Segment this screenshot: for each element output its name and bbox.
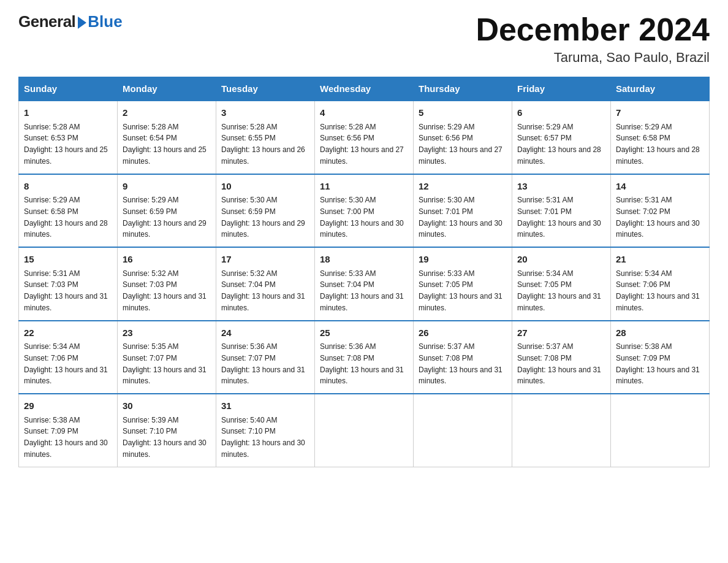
day-number: 6: [517, 106, 605, 120]
day-info: Sunrise: 5:34 AMSunset: 7:06 PMDaylight:…: [616, 269, 700, 312]
calendar-cell: 11Sunrise: 5:30 AMSunset: 7:00 PMDayligh…: [315, 174, 414, 248]
calendar-cell: 12Sunrise: 5:30 AMSunset: 7:01 PMDayligh…: [414, 174, 512, 248]
header-cell-saturday: Saturday: [611, 77, 710, 101]
header-cell-wednesday: Wednesday: [315, 77, 414, 101]
day-info: Sunrise: 5:31 AMSunset: 7:02 PMDaylight:…: [616, 196, 700, 239]
day-number: 17: [221, 253, 309, 267]
calendar-cell: 22Sunrise: 5:34 AMSunset: 7:06 PMDayligh…: [19, 321, 118, 394]
day-info: Sunrise: 5:33 AMSunset: 7:05 PMDaylight:…: [419, 269, 502, 312]
calendar-week-row: 22Sunrise: 5:34 AMSunset: 7:06 PMDayligh…: [19, 321, 710, 394]
calendar-week-row: 15Sunrise: 5:31 AMSunset: 7:03 PMDayligh…: [19, 247, 710, 321]
day-number: 2: [123, 106, 211, 120]
logo: General Blue: [18, 12, 123, 31]
day-info: Sunrise: 5:29 AMSunset: 6:58 PMDaylight:…: [24, 196, 108, 239]
calendar-header: SundayMondayTuesdayWednesdayThursdayFrid…: [19, 77, 710, 101]
calendar-cell: 16Sunrise: 5:32 AMSunset: 7:03 PMDayligh…: [118, 247, 216, 321]
day-number: 1: [24, 106, 112, 120]
day-number: 26: [419, 326, 507, 340]
day-number: 29: [24, 399, 112, 413]
day-info: Sunrise: 5:29 AMSunset: 6:58 PMDaylight:…: [616, 123, 700, 166]
header-row: SundayMondayTuesdayWednesdayThursdayFrid…: [19, 77, 710, 101]
day-info: Sunrise: 5:35 AMSunset: 7:07 PMDaylight:…: [123, 342, 207, 385]
calendar-week-row: 1Sunrise: 5:28 AMSunset: 6:53 PMDaylight…: [19, 101, 710, 174]
day-number: 27: [517, 326, 605, 340]
day-info: Sunrise: 5:31 AMSunset: 7:03 PMDaylight:…: [24, 269, 108, 312]
day-number: 31: [221, 399, 309, 413]
day-number: 15: [24, 253, 112, 267]
day-info: Sunrise: 5:32 AMSunset: 7:04 PMDaylight:…: [221, 269, 305, 312]
day-number: 21: [616, 253, 704, 267]
day-info: Sunrise: 5:30 AMSunset: 6:59 PMDaylight:…: [221, 196, 305, 239]
day-info: Sunrise: 5:38 AMSunset: 7:09 PMDaylight:…: [24, 416, 108, 459]
day-info: Sunrise: 5:36 AMSunset: 7:07 PMDaylight:…: [221, 342, 305, 385]
logo-general-text: General: [18, 12, 75, 31]
calendar-cell: 10Sunrise: 5:30 AMSunset: 6:59 PMDayligh…: [216, 174, 315, 248]
day-info: Sunrise: 5:32 AMSunset: 7:03 PMDaylight:…: [123, 269, 207, 312]
logo-blue-text: Blue: [88, 12, 122, 31]
calendar-cell: 25Sunrise: 5:36 AMSunset: 7:08 PMDayligh…: [315, 321, 414, 394]
calendar-cell: 20Sunrise: 5:34 AMSunset: 7:05 PMDayligh…: [512, 247, 611, 321]
calendar-cell: 4Sunrise: 5:28 AMSunset: 6:56 PMDaylight…: [315, 101, 414, 174]
calendar-cell: 24Sunrise: 5:36 AMSunset: 7:07 PMDayligh…: [216, 321, 315, 394]
day-info: Sunrise: 5:29 AMSunset: 6:57 PMDaylight:…: [517, 123, 601, 166]
day-info: Sunrise: 5:28 AMSunset: 6:56 PMDaylight:…: [320, 123, 404, 166]
day-number: 24: [221, 326, 309, 340]
day-number: 14: [616, 180, 704, 194]
calendar-cell: 3Sunrise: 5:28 AMSunset: 6:55 PMDaylight…: [216, 101, 315, 174]
day-number: 25: [320, 326, 408, 340]
day-number: 20: [517, 253, 605, 267]
day-number: 7: [616, 106, 704, 120]
day-info: Sunrise: 5:34 AMSunset: 7:05 PMDaylight:…: [517, 269, 601, 312]
calendar-cell: 26Sunrise: 5:37 AMSunset: 7:08 PMDayligh…: [414, 321, 512, 394]
day-info: Sunrise: 5:38 AMSunset: 7:09 PMDaylight:…: [616, 342, 700, 385]
calendar-body: 1Sunrise: 5:28 AMSunset: 6:53 PMDaylight…: [19, 101, 710, 467]
day-number: 4: [320, 106, 408, 120]
day-number: 11: [320, 180, 408, 194]
day-number: 22: [24, 326, 112, 340]
calendar-cell: 17Sunrise: 5:32 AMSunset: 7:04 PMDayligh…: [216, 247, 315, 321]
day-info: Sunrise: 5:37 AMSunset: 7:08 PMDaylight:…: [419, 342, 502, 385]
day-number: 23: [123, 326, 211, 340]
day-info: Sunrise: 5:31 AMSunset: 7:01 PMDaylight:…: [517, 196, 601, 239]
calendar-cell: 14Sunrise: 5:31 AMSunset: 7:02 PMDayligh…: [611, 174, 710, 248]
day-number: 10: [221, 180, 309, 194]
calendar-cell: [414, 394, 512, 467]
calendar-week-row: 8Sunrise: 5:29 AMSunset: 6:58 PMDaylight…: [19, 174, 710, 248]
page-header: General Blue December 2024 Taruma, Sao P…: [18, 12, 710, 66]
day-number: 18: [320, 253, 408, 267]
day-info: Sunrise: 5:28 AMSunset: 6:54 PMDaylight:…: [123, 123, 207, 166]
day-info: Sunrise: 5:37 AMSunset: 7:08 PMDaylight:…: [517, 342, 601, 385]
calendar-cell: 6Sunrise: 5:29 AMSunset: 6:57 PMDaylight…: [512, 101, 611, 174]
day-number: 3: [221, 106, 309, 120]
calendar-cell: [315, 394, 414, 467]
day-number: 12: [419, 180, 507, 194]
calendar-cell: 28Sunrise: 5:38 AMSunset: 7:09 PMDayligh…: [611, 321, 710, 394]
calendar-cell: 15Sunrise: 5:31 AMSunset: 7:03 PMDayligh…: [19, 247, 118, 321]
calendar-cell: 2Sunrise: 5:28 AMSunset: 6:54 PMDaylight…: [118, 101, 216, 174]
calendar-cell: 30Sunrise: 5:39 AMSunset: 7:10 PMDayligh…: [118, 394, 216, 467]
day-info: Sunrise: 5:39 AMSunset: 7:10 PMDaylight:…: [123, 416, 207, 459]
day-info: Sunrise: 5:33 AMSunset: 7:04 PMDaylight:…: [320, 269, 404, 312]
calendar-cell: 27Sunrise: 5:37 AMSunset: 7:08 PMDayligh…: [512, 321, 611, 394]
day-number: 30: [123, 399, 211, 413]
day-number: 9: [123, 180, 211, 194]
day-number: 8: [24, 180, 112, 194]
day-number: 5: [419, 106, 507, 120]
calendar-cell: 21Sunrise: 5:34 AMSunset: 7:06 PMDayligh…: [611, 247, 710, 321]
day-info: Sunrise: 5:34 AMSunset: 7:06 PMDaylight:…: [24, 342, 108, 385]
calendar-cell: [611, 394, 710, 467]
calendar-cell: 9Sunrise: 5:29 AMSunset: 6:59 PMDaylight…: [118, 174, 216, 248]
calendar-cell: [512, 394, 611, 467]
day-info: Sunrise: 5:28 AMSunset: 6:53 PMDaylight:…: [24, 123, 108, 166]
logo-triangle-icon: [78, 17, 86, 29]
calendar-cell: 19Sunrise: 5:33 AMSunset: 7:05 PMDayligh…: [414, 247, 512, 321]
day-info: Sunrise: 5:30 AMSunset: 7:00 PMDaylight:…: [320, 196, 404, 239]
header-cell-sunday: Sunday: [19, 77, 118, 101]
day-info: Sunrise: 5:28 AMSunset: 6:55 PMDaylight:…: [221, 123, 305, 166]
calendar-cell: 8Sunrise: 5:29 AMSunset: 6:58 PMDaylight…: [19, 174, 118, 248]
day-info: Sunrise: 5:36 AMSunset: 7:08 PMDaylight:…: [320, 342, 404, 385]
calendar-cell: 23Sunrise: 5:35 AMSunset: 7:07 PMDayligh…: [118, 321, 216, 394]
calendar-cell: 18Sunrise: 5:33 AMSunset: 7:04 PMDayligh…: [315, 247, 414, 321]
calendar-cell: 5Sunrise: 5:29 AMSunset: 6:56 PMDaylight…: [414, 101, 512, 174]
day-number: 19: [419, 253, 507, 267]
